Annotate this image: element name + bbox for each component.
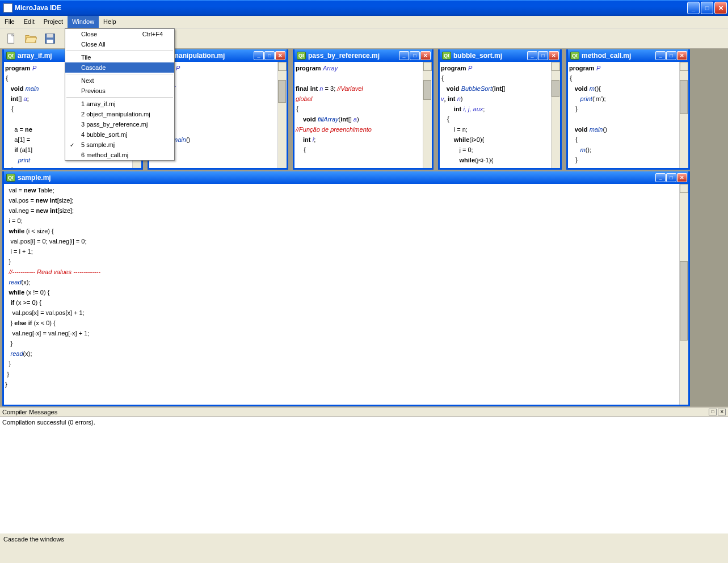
menu-window-3[interactable]: 3 pass_by_reference.mj <box>65 119 174 129</box>
code-editor[interactable]: program P { void BubbleSort(int[] v, int… <box>440 62 560 168</box>
compiler-output[interactable]: Compilation successful (0 errors). <box>0 417 728 533</box>
qt-icon: Qt <box>442 52 451 60</box>
app-icon <box>3 3 12 12</box>
mdi-maximize-button[interactable]: □ <box>666 51 676 60</box>
menu-window-2[interactable]: 2 object_manipulation.mj <box>65 109 174 119</box>
minimize-button[interactable]: _ <box>687 2 700 14</box>
code-editor[interactable]: program P { void m(){ print('m'); } void… <box>568 62 688 168</box>
compiler-panel: Compiler Messages □ ✕ Compilation succes… <box>0 406 728 533</box>
menu-previous[interactable]: Previous <box>65 86 174 96</box>
mdi-window-method-call[interactable]: Qt method_call.mj _ □ ✕ program P { void… <box>566 49 690 170</box>
mdi-titlebar[interactable]: Qt bubble_sort.mj _ □ ✕ <box>440 49 560 62</box>
panel-close-button[interactable]: ✕ <box>718 409 726 415</box>
menu-window-4[interactable]: 4 bubble_sort.mj <box>65 129 174 140</box>
qt-icon: Qt <box>570 52 579 60</box>
qt-icon: Qt <box>297 52 306 60</box>
compiler-header-label: Compiler Messages <box>2 409 57 415</box>
menu-separator <box>66 74 173 74</box>
menu-separator <box>66 97 173 98</box>
new-file-button[interactable] <box>3 31 19 47</box>
menu-project[interactable]: Project <box>39 16 68 28</box>
mdi-close-button[interactable]: ✕ <box>677 173 687 182</box>
menu-next[interactable]: Next <box>65 75 174 86</box>
mdi-title: pass_by_reference.mj <box>308 52 399 60</box>
qt-icon: Qt <box>6 52 15 60</box>
window-menu-dropdown: CloseCtrl+F4 Close All Tile Cascade Next… <box>65 28 175 161</box>
menu-window[interactable]: Window <box>68 16 99 28</box>
mdi-minimize-button[interactable]: _ <box>655 173 666 182</box>
panel-dock-button[interactable]: □ <box>709 409 717 415</box>
menu-window-1[interactable]: 1 array_if.mj <box>65 99 174 109</box>
maximize-button[interactable]: □ <box>701 2 713 14</box>
menu-window-5[interactable]: ✓5 sample.mj <box>65 140 174 150</box>
statusbar-text: Cascade the windows <box>3 536 64 543</box>
mdi-minimize-button[interactable]: _ <box>399 51 409 60</box>
menu-window-6[interactable]: 6 method_call.mj <box>65 150 174 160</box>
compiler-header: Compiler Messages □ ✕ <box>0 407 728 417</box>
menu-help[interactable]: Help <box>99 16 121 28</box>
menubar: File Edit Project Window Help <box>0 16 728 28</box>
statusbar: Cascade the windows <box>0 533 728 544</box>
save-file-button[interactable] <box>42 31 58 47</box>
mdi-titlebar[interactable]: Qt method_call.mj _ □ ✕ <box>568 49 688 62</box>
close-button[interactable]: ✕ <box>714 2 727 14</box>
code-editor[interactable]: program Array final int n = 3; //Variave… <box>294 62 432 168</box>
mdi-maximize-button[interactable]: □ <box>538 51 548 60</box>
menu-separator <box>66 51 173 51</box>
open-file-button[interactable] <box>23 31 39 47</box>
new-file-icon <box>5 32 18 45</box>
menu-tile[interactable]: Tile <box>65 52 174 62</box>
save-icon <box>44 32 56 45</box>
mdi-title: ct_manipulation.mj <box>163 52 254 60</box>
menu-close[interactable]: CloseCtrl+F4 <box>65 29 174 39</box>
menu-edit[interactable]: Edit <box>19 16 39 28</box>
mdi-titlebar[interactable]: Qt sample.mj _ □ ✕ <box>4 171 688 184</box>
mdi-title: method_call.mj <box>582 52 655 60</box>
mdi-minimize-button[interactable]: _ <box>254 51 264 60</box>
mdi-window-bubble-sort[interactable]: Qt bubble_sort.mj _ □ ✕ program P { void… <box>438 49 562 170</box>
menu-file[interactable]: File <box>0 16 19 28</box>
mdi-maximize-button[interactable]: □ <box>264 51 275 60</box>
mdi-titlebar[interactable]: Qt pass_by_reference.mj _ □ ✕ <box>294 49 432 62</box>
mdi-window-pass-by-reference[interactable]: Qt pass_by_reference.mj _ □ ✕ program Ar… <box>293 49 434 170</box>
menu-cascade[interactable]: Cascade <box>65 62 174 73</box>
mdi-close-button[interactable]: ✕ <box>549 51 559 60</box>
main-titlebar: MicroJava IDE _ □ ✕ <box>0 0 728 16</box>
mdi-close-button[interactable]: ✕ <box>677 51 687 60</box>
qt-icon: Qt <box>6 174 15 182</box>
mdi-window-sample[interactable]: Qt sample.mj _ □ ✕ val = new Table; val.… <box>2 171 690 406</box>
svg-rect-2 <box>47 33 53 37</box>
mdi-close-button[interactable]: ✕ <box>420 51 431 60</box>
svg-rect-3 <box>47 39 53 43</box>
mdi-title: sample.mj <box>18 174 655 182</box>
mdi-minimize-button[interactable]: _ <box>655 51 666 60</box>
app-title: MicroJava IDE <box>15 4 687 12</box>
window-controls: _ □ ✕ <box>687 2 727 14</box>
code-editor[interactable]: val = new Table; val.pos = new int[size]… <box>4 184 688 405</box>
mdi-minimize-button[interactable]: _ <box>527 51 537 60</box>
mdi-title: bubble_sort.mj <box>453 52 527 60</box>
mdi-maximize-button[interactable]: □ <box>410 51 420 60</box>
check-icon: ✓ <box>70 142 74 148</box>
open-folder-icon <box>24 32 37 45</box>
compiler-message: Compilation successful (0 errors). <box>2 419 95 426</box>
mdi-maximize-button[interactable]: □ <box>666 173 676 182</box>
mdi-close-button[interactable]: ✕ <box>275 51 285 60</box>
menu-close-all[interactable]: Close All <box>65 39 174 49</box>
